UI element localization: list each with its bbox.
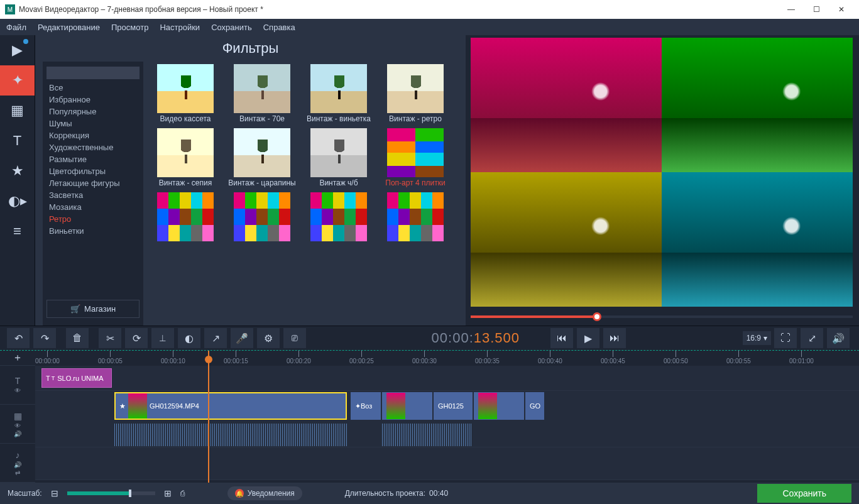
filter-category[interactable]: Все: [43, 82, 143, 94]
filter-item[interactable]: Винтаж ч/б: [304, 128, 373, 187]
menu-просмотр[interactable]: Просмотр: [111, 23, 148, 32]
filter-category[interactable]: Цветофильтры: [43, 165, 143, 177]
filter-item[interactable]: Винтаж - ретро: [381, 64, 450, 123]
filter-item[interactable]: Поп-арт 4 плитки: [381, 128, 450, 187]
maximize-button[interactable]: ☐: [804, 0, 829, 19]
filter-grid: Видео кассетаВинтаж - 70еВинтаж - виньет…: [143, 62, 458, 326]
sliders-button[interactable]: ⎚: [283, 327, 307, 349]
filter-label: Винтаж - виньетка: [307, 114, 371, 123]
filter-label: Винтаж - царапины: [228, 178, 295, 187]
export-icon: ↗: [212, 332, 220, 344]
redo-button[interactable]: ↷: [33, 327, 57, 349]
menu-справка[interactable]: Справка: [263, 23, 295, 32]
filter-category[interactable]: Шумы: [43, 118, 143, 129]
audio-waveform[interactable]: [114, 424, 347, 446]
title-track[interactable]: TT SLO.ru UNIMA: [35, 366, 859, 391]
rail-transitions-button[interactable]: ▦: [0, 96, 35, 126]
zoom-in-icon[interactable]: ⊞: [164, 488, 172, 498]
star-icon: ★: [119, 402, 126, 410]
timeline-body[interactable]: 00:00:0000:00:0500:00:1000:00:1500:00:20…: [35, 351, 859, 483]
save-button[interactable]: Сохранить: [757, 484, 851, 503]
video-clip[interactable]: [474, 392, 524, 420]
close-button[interactable]: ✕: [829, 0, 854, 19]
gear-button[interactable]: ⚙: [256, 327, 280, 349]
filter-item[interactable]: Винтаж - царапины: [227, 128, 297, 187]
play-icon: ▶: [584, 332, 592, 344]
audio-track-header[interactable]: ♪🔊⇄: [0, 444, 35, 483]
filter-category[interactable]: Виньетки: [43, 225, 143, 237]
rail-filters-button[interactable]: ✦: [0, 65, 35, 96]
filter-item[interactable]: Винтаж - виньетка: [304, 64, 373, 123]
add-track-button[interactable]: ＋: [0, 351, 35, 366]
zoom-slider[interactable]: [67, 491, 155, 495]
video-clip[interactable]: GH0125: [434, 392, 473, 420]
rail-shapes-button[interactable]: ◐▸: [0, 186, 35, 216]
filter-category[interactable]: Популярные: [43, 106, 143, 118]
menu-настройки[interactable]: Настройки: [160, 23, 200, 32]
rail-titles-button[interactable]: T: [0, 126, 35, 156]
video-clip[interactable]: ✦ Воз: [351, 392, 381, 420]
video-track-header[interactable]: ▦👁🔊: [0, 405, 35, 444]
filter-category[interactable]: Коррекция: [43, 129, 143, 141]
filter-item[interactable]: [381, 192, 450, 243]
notifications-button[interactable]: 🔔 Уведомления: [227, 486, 302, 500]
rail-stickers-button[interactable]: ★: [0, 156, 35, 186]
filter-item[interactable]: Винтаж - 70е: [227, 64, 297, 123]
time-ruler[interactable]: 00:00:0000:00:0500:00:1000:00:1500:00:20…: [35, 351, 859, 366]
volume-button[interactable]: 🔊: [826, 327, 850, 349]
next-button[interactable]: ⏭: [603, 327, 626, 349]
filter-category[interactable]: Избранное: [43, 94, 143, 106]
preview-canvas: [471, 38, 853, 307]
video-clip[interactable]: ★GH012594.MP4: [114, 392, 347, 420]
preview-quadrant: [471, 38, 662, 172]
minimize-button[interactable]: —: [779, 0, 804, 19]
menu-файл[interactable]: Файл: [6, 23, 26, 32]
mic-button[interactable]: 🎤: [230, 327, 254, 349]
aspect-ratio-selector[interactable]: 16:9▾: [743, 331, 771, 345]
filter-category[interactable]: Засветка: [43, 189, 143, 201]
export-button[interactable]: ↗: [204, 327, 227, 349]
filter-category[interactable]: Размытие: [43, 153, 143, 165]
playhead[interactable]: [208, 351, 209, 483]
filter-category[interactable]: Мозаика: [43, 201, 143, 213]
eye-icon: 👁: [14, 422, 21, 429]
filter-category[interactable]: Художественные: [43, 141, 143, 153]
title-track-header[interactable]: T👁: [0, 366, 35, 405]
filter-item[interactable]: [227, 192, 297, 243]
trash-button[interactable]: 🗑: [65, 327, 89, 349]
undo-button[interactable]: ↶: [6, 327, 30, 349]
audio-track[interactable]: [35, 447, 859, 480]
title-clip[interactable]: TT SLO.ru UNIMA: [41, 368, 112, 388]
rail-import-button[interactable]: ▶: [0, 35, 35, 65]
video-track[interactable]: ★GH012594.MP4✦ ВозGH0125GO: [35, 391, 859, 447]
color-button[interactable]: ◐: [177, 327, 201, 349]
prev-button[interactable]: ⏮: [550, 327, 574, 349]
crop-button[interactable]: ⟂: [151, 327, 175, 349]
filter-category[interactable]: Ретро: [43, 213, 143, 225]
fullscreen-button[interactable]: ⤢: [800, 327, 824, 349]
filter-item[interactable]: Видео кассета: [151, 64, 220, 123]
filter-item[interactable]: [151, 192, 220, 243]
video-clip[interactable]: GO: [525, 392, 544, 420]
gear-icon: ⚙: [264, 332, 273, 344]
filter-search-input[interactable]: [47, 67, 140, 79]
filter-category[interactable]: Летающие фигуры: [43, 177, 143, 189]
clip-thumbnail: [386, 393, 405, 419]
menu-редактирование[interactable]: Редактирование: [38, 23, 100, 32]
play-button[interactable]: ▶: [576, 327, 600, 349]
cut-button[interactable]: ✂: [98, 327, 122, 349]
rail-more-button[interactable]: ≡: [0, 216, 35, 246]
preview-seekbar[interactable]: [471, 310, 853, 323]
store-button[interactable]: 🛒 Магазин: [47, 300, 140, 318]
fit-button[interactable]: ⛶: [774, 327, 797, 349]
menu-сохранить[interactable]: Сохранить: [211, 23, 252, 32]
zoom-out-icon[interactable]: ⊟: [51, 488, 58, 498]
title-icon: T: [46, 375, 50, 382]
chevron-down-icon: ▾: [763, 334, 767, 342]
filter-item[interactable]: Винтаж - сепия: [151, 128, 220, 187]
rotate-button[interactable]: ⟳: [124, 327, 148, 349]
video-clip[interactable]: [382, 392, 432, 420]
audio-waveform[interactable]: [382, 424, 473, 446]
filter-item[interactable]: [304, 192, 373, 243]
fit-timeline-icon[interactable]: ⎙: [180, 489, 185, 498]
